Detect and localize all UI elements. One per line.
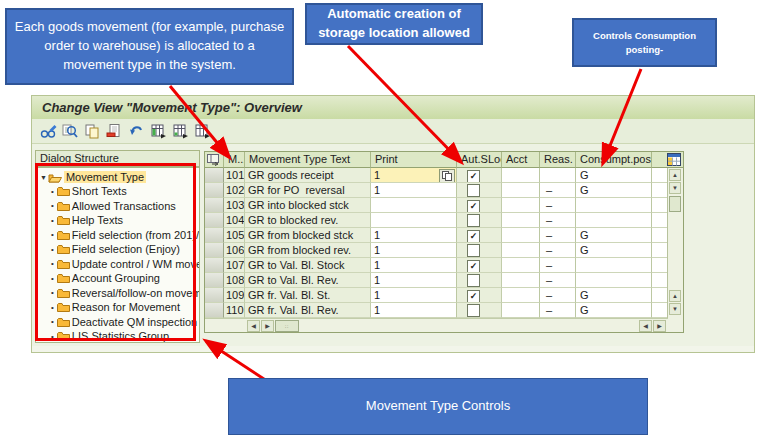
collapse-arrow-icon[interactable]: ▼ [40,174,47,181]
cell-acct[interactable] [502,183,540,198]
table-config-icon[interactable] [667,153,681,167]
row-selector[interactable] [205,258,224,273]
column-header-reas[interactable]: Reas. [540,152,576,168]
cell-acct[interactable] [502,243,540,258]
row-selector[interactable] [205,213,224,228]
scroll-up-button[interactable]: ▲ [669,169,681,181]
scroll-left-button[interactable]: ◀ [247,320,260,332]
cell-print[interactable]: 1 [371,228,457,243]
scroll-left-button-right[interactable]: ◀ [639,320,652,332]
checkbox-unchecked[interactable] [467,274,480,287]
cell-print[interactable]: 1 [371,288,457,303]
cell-reas[interactable]: – [540,258,576,273]
cell-acct[interactable] [502,213,540,228]
checkbox-checked[interactable]: ✓ [467,200,480,213]
checkbox-unchecked[interactable] [467,304,480,317]
scroll-down-button-bottom[interactable]: ▼ [669,303,681,315]
column-header-acct[interactable]: Acct [502,152,540,168]
tree-item-lis-statistics-group[interactable]: •LIS Statistics Group [36,329,199,343]
scroll-right-button-right[interactable]: ▶ [653,320,666,332]
cell-consumpt[interactable]: G [576,303,652,318]
tree-item-field-selection-enjoy[interactable]: •Field selection (Enjoy) [36,242,199,257]
display-change-icon[interactable] [38,122,58,141]
tree-item-short-texts[interactable]: •Short Texts [36,184,199,199]
checkbox-checked[interactable]: ✓ [467,230,480,243]
cell-acct[interactable] [502,198,540,213]
cell-reas[interactable]: – [540,228,576,243]
column-header-m[interactable]: M... [224,152,245,168]
cell-reas[interactable]: – [540,243,576,258]
horizontal-scroll-thumb[interactable]: ∷ [275,320,299,332]
cell-acct[interactable] [502,288,540,303]
checkbox-unchecked[interactable] [467,184,480,197]
row-selector[interactable] [205,198,224,213]
table-variant-1-icon[interactable] [148,122,168,141]
cell-acct[interactable] [502,228,540,243]
tree-item-movement-type[interactable]: ▼ Movement Type [36,170,199,184]
cell-print[interactable]: 1 [371,243,457,258]
column-header-movement-type-text[interactable]: Movement Type Text [245,152,371,168]
table-variant-3-icon[interactable] [192,122,212,141]
cell-print[interactable]: 1 [371,303,457,318]
cell-print[interactable]: 1 [371,273,457,288]
checkbox-checked[interactable]: ✓ [467,260,480,273]
tree-item-account-grouping[interactable]: •Account Grouping [36,271,199,286]
tree-item-help-texts[interactable]: •Help Texts [36,213,199,228]
row-selector[interactable] [205,168,224,183]
tree-item-reason-for-movement[interactable]: •Reason for Movement [36,300,199,315]
cell-acct[interactable] [502,168,540,183]
vertical-scroll-thumb[interactable] [669,196,681,212]
cell-print[interactable]: 1 [371,258,457,273]
position-icon[interactable] [60,122,80,141]
scroll-right-button[interactable]: ▶ [261,320,274,332]
cell-print[interactable] [371,198,457,213]
horizontal-scrollbar[interactable]: ◀ ▶ ∷ ◀ ▶ [205,318,668,332]
column-header-aut-sloc[interactable]: Aut.SLoc. [457,152,502,168]
undo-icon[interactable] [126,122,146,141]
cell-consumpt[interactable]: G [576,243,652,258]
cell-consumpt[interactable]: G [576,228,652,243]
cell-acct[interactable] [502,258,540,273]
vertical-scrollbar[interactable]: ▲ ▼ ▲ ▼ [667,168,683,318]
cell-reas[interactable]: – [540,183,576,198]
cell-reas[interactable]: – [540,303,576,318]
row-selector[interactable] [205,303,224,318]
cell-reas[interactable]: – [540,198,576,213]
scroll-down-button[interactable]: ▼ [669,182,681,194]
row-selector[interactable] [205,228,224,243]
tree-item-update-control-wm-move[interactable]: •Update control / WM move [36,257,199,272]
cell-print[interactable] [371,213,457,228]
cell-reas[interactable]: – [540,288,576,303]
row-selector[interactable] [205,183,224,198]
checkbox-unchecked[interactable] [467,214,480,227]
cell-reas[interactable]: – [540,213,576,228]
cell-consumpt[interactable]: G [576,288,652,303]
cell-acct[interactable] [502,303,540,318]
checkbox-unchecked[interactable] [467,244,480,257]
column-header-consumpt-postg[interactable]: Consumpt.postg. [576,152,652,168]
checkbox-checked[interactable]: ✓ [467,170,480,183]
cell-reas[interactable] [540,168,576,183]
cell-print[interactable]: 1 [371,183,457,198]
copy-icon[interactable] [82,122,102,141]
row-selector[interactable] [205,243,224,258]
cell-consumpt[interactable] [576,213,652,228]
table-variant-2-icon[interactable] [170,122,190,141]
cell-consumpt[interactable] [576,273,652,288]
cell-acct[interactable] [502,273,540,288]
clipboard-icon[interactable] [439,169,455,183]
delete-entry-icon[interactable] [104,122,124,141]
checkbox-checked[interactable]: ✓ [467,290,480,303]
cell-consumpt[interactable] [576,258,652,273]
row-selector[interactable] [205,273,224,288]
cell-consumpt[interactable] [576,198,652,213]
cell-consumpt[interactable]: G [576,183,652,198]
tree-item-deactivate-qm-inspection[interactable]: •Deactivate QM inspection / [36,315,199,330]
scroll-up-button-bottom[interactable]: ▲ [669,290,681,302]
select-all-header[interactable] [205,152,224,168]
row-selector[interactable] [205,288,224,303]
tree-item-reversal-follow-on-moveme[interactable]: •Reversal/follow-on moveme [36,286,199,301]
column-header-print[interactable]: Print [371,152,457,168]
cell-consumpt[interactable]: G [576,168,652,183]
cell-print[interactable]: 1 [371,168,457,183]
